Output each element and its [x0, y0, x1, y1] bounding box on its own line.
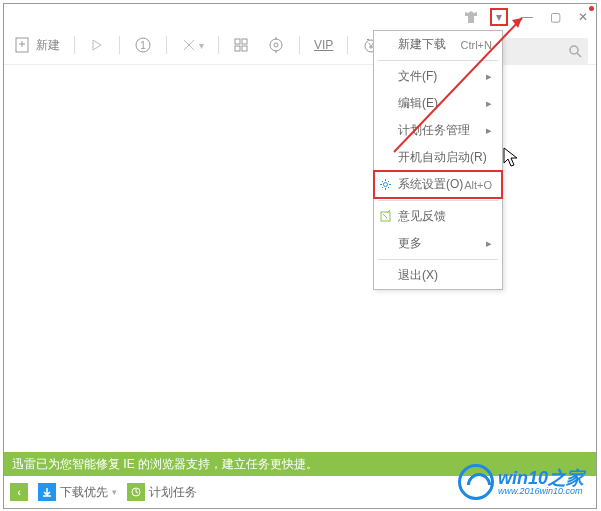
menu-item-right: Ctrl+N	[461, 39, 492, 51]
menu-item-label: 编辑(E)	[398, 95, 438, 112]
menu-item-label: 开机自动启动(R)	[398, 149, 487, 166]
menu-item-label: 更多	[398, 235, 422, 252]
separator	[119, 36, 120, 54]
menu-item-label: 计划任务管理	[398, 122, 470, 139]
svg-rect-9	[242, 39, 247, 44]
menu-item-5[interactable]: 开机自动启动(R)	[374, 144, 502, 171]
skin-icon[interactable]	[462, 8, 480, 26]
menu-item-label: 文件(F)	[398, 68, 437, 85]
menu-separator	[378, 259, 498, 260]
menu-item-0[interactable]: 新建下载Ctrl+N	[374, 31, 502, 58]
search-icon	[568, 44, 582, 58]
menu-item-right: ▸	[486, 97, 492, 110]
svg-text:1: 1	[140, 40, 146, 51]
menu-item-right: ▸	[486, 124, 492, 137]
delete-button[interactable]: ▾	[177, 35, 208, 55]
main-menu: 新建下载Ctrl+N文件(F)▸编辑(E)▸计划任务管理▸开机自动启动(R)系统…	[373, 30, 503, 290]
svg-line-26	[136, 492, 138, 493]
svg-marker-3	[93, 40, 101, 50]
menu-item-6[interactable]: 系统设置(O)Alt+O	[374, 171, 502, 198]
svg-point-18	[570, 46, 578, 54]
menu-item-3[interactable]: 编辑(E)▸	[374, 90, 502, 117]
menu-item-right: ▸	[486, 70, 492, 83]
new-button[interactable]: 新建	[10, 34, 64, 56]
menu-item-4[interactable]: 计划任务管理▸	[374, 117, 502, 144]
menu-item-2[interactable]: 文件(F)▸	[374, 63, 502, 90]
target-button[interactable]	[263, 34, 289, 56]
play-button[interactable]	[85, 35, 109, 55]
menu-item-label: 退出(X)	[398, 267, 438, 284]
separator	[166, 36, 167, 54]
menu-item-9[interactable]: 更多▸	[374, 230, 502, 257]
download-priority-button[interactable]: 下载优先 ▾	[38, 483, 117, 501]
scheduled-tasks-label: 计划任务	[149, 484, 197, 501]
vip-button[interactable]: VIP	[310, 36, 337, 54]
main-menu-trigger[interactable]: ▾	[490, 8, 508, 26]
number-button[interactable]: 1	[130, 34, 156, 56]
toolbar: 新建 1 ▾ VIP ¥	[10, 30, 384, 60]
menu-separator	[378, 60, 498, 61]
menu-item-label: 系统设置(O)	[398, 176, 463, 193]
schedule-icon	[127, 483, 145, 501]
feedback-icon	[378, 210, 392, 224]
svg-rect-10	[235, 46, 240, 51]
menu-item-label: 意见反馈	[398, 208, 446, 225]
mouse-cursor-icon	[503, 147, 521, 169]
separator	[218, 36, 219, 54]
svg-point-20	[383, 183, 387, 187]
separator	[299, 36, 300, 54]
svg-line-19	[577, 53, 581, 57]
menu-item-8[interactable]: 意见反馈	[374, 203, 502, 230]
apps-button[interactable]	[229, 35, 253, 55]
minimize-button[interactable]: —	[518, 8, 536, 26]
menu-item-right: Alt+O	[464, 179, 492, 191]
separator	[347, 36, 348, 54]
gear-icon	[378, 178, 392, 192]
download-priority-icon	[38, 483, 56, 501]
svg-rect-11	[242, 46, 247, 51]
logo-circle-icon	[458, 464, 494, 500]
new-label: 新建	[36, 37, 60, 54]
expand-button[interactable]: ‹	[10, 483, 28, 501]
svg-rect-8	[235, 39, 240, 44]
status-text: 迅雷已为您智能修复 IE 的浏览器支持，建立任务更快捷。	[12, 456, 318, 473]
svg-point-12	[270, 39, 282, 51]
content-area	[4, 64, 596, 464]
maximize-button[interactable]: ▢	[546, 8, 564, 26]
scheduled-tasks-button[interactable]: 计划任务	[127, 483, 197, 501]
menu-item-right: ▸	[486, 237, 492, 250]
watermark-logo: win10之家 www.2016win10.com	[458, 464, 584, 500]
titlebar: ▾ — ▢ ✕	[462, 8, 592, 26]
separator	[74, 36, 75, 54]
app-window: ▾ — ▢ ✕ 新建 1 ▾ VIP ¥	[3, 3, 597, 509]
svg-point-13	[274, 43, 278, 47]
menu-item-11[interactable]: 退出(X)	[374, 262, 502, 289]
menu-separator	[378, 200, 498, 201]
download-priority-label: 下载优先	[60, 484, 108, 501]
menu-item-label: 新建下载	[398, 36, 446, 53]
